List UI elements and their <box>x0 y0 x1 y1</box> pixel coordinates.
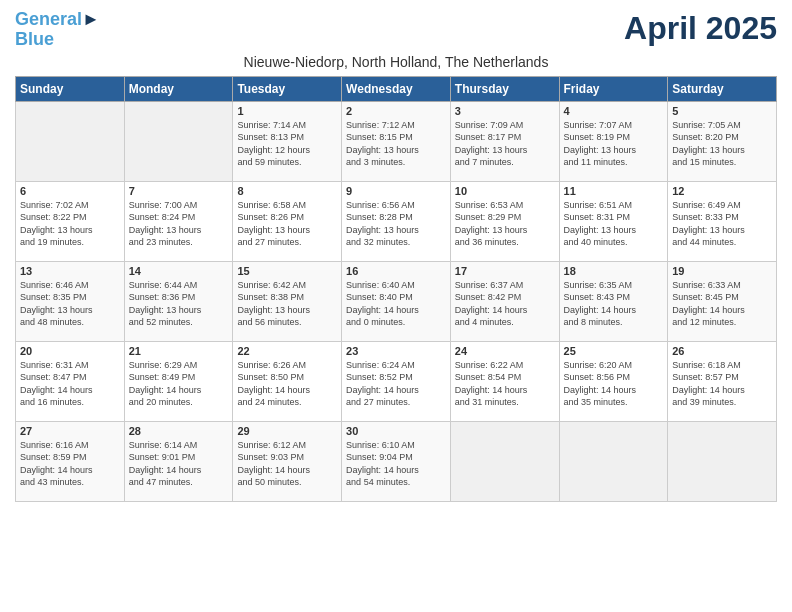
day-cell: 28Sunrise: 6:14 AM Sunset: 9:01 PM Dayli… <box>124 421 233 501</box>
day-cell: 26Sunrise: 6:18 AM Sunset: 8:57 PM Dayli… <box>668 341 777 421</box>
day-info: Sunrise: 7:09 AM Sunset: 8:17 PM Dayligh… <box>455 119 555 169</box>
day-cell: 25Sunrise: 6:20 AM Sunset: 8:56 PM Dayli… <box>559 341 668 421</box>
week-row-2: 6Sunrise: 7:02 AM Sunset: 8:22 PM Daylig… <box>16 181 777 261</box>
day-header-tuesday: Tuesday <box>233 76 342 101</box>
day-number: 9 <box>346 185 446 197</box>
day-cell <box>450 421 559 501</box>
day-number: 11 <box>564 185 664 197</box>
day-number: 16 <box>346 265 446 277</box>
day-info: Sunrise: 6:16 AM Sunset: 8:59 PM Dayligh… <box>20 439 120 489</box>
day-number: 29 <box>237 425 337 437</box>
day-info: Sunrise: 6:22 AM Sunset: 8:54 PM Dayligh… <box>455 359 555 409</box>
day-info: Sunrise: 7:14 AM Sunset: 8:13 PM Dayligh… <box>237 119 337 169</box>
day-info: Sunrise: 7:12 AM Sunset: 8:15 PM Dayligh… <box>346 119 446 169</box>
day-info: Sunrise: 6:26 AM Sunset: 8:50 PM Dayligh… <box>237 359 337 409</box>
day-info: Sunrise: 7:00 AM Sunset: 8:24 PM Dayligh… <box>129 199 229 249</box>
day-info: Sunrise: 6:53 AM Sunset: 8:29 PM Dayligh… <box>455 199 555 249</box>
day-info: Sunrise: 7:02 AM Sunset: 8:22 PM Dayligh… <box>20 199 120 249</box>
day-cell: 21Sunrise: 6:29 AM Sunset: 8:49 PM Dayli… <box>124 341 233 421</box>
day-cell: 4Sunrise: 7:07 AM Sunset: 8:19 PM Daylig… <box>559 101 668 181</box>
calendar-subtitle: Nieuwe-Niedorp, North Holland, The Nethe… <box>15 54 777 70</box>
day-cell: 24Sunrise: 6:22 AM Sunset: 8:54 PM Dayli… <box>450 341 559 421</box>
day-info: Sunrise: 6:29 AM Sunset: 8:49 PM Dayligh… <box>129 359 229 409</box>
day-cell: 18Sunrise: 6:35 AM Sunset: 8:43 PM Dayli… <box>559 261 668 341</box>
day-cell <box>16 101 125 181</box>
day-info: Sunrise: 6:18 AM Sunset: 8:57 PM Dayligh… <box>672 359 772 409</box>
day-info: Sunrise: 7:07 AM Sunset: 8:19 PM Dayligh… <box>564 119 664 169</box>
calendar-table: SundayMondayTuesdayWednesdayThursdayFrid… <box>15 76 777 502</box>
day-info: Sunrise: 6:58 AM Sunset: 8:26 PM Dayligh… <box>237 199 337 249</box>
day-header-thursday: Thursday <box>450 76 559 101</box>
logo-text: General► Blue <box>15 10 100 50</box>
day-number: 25 <box>564 345 664 357</box>
day-header-sunday: Sunday <box>16 76 125 101</box>
day-info: Sunrise: 6:10 AM Sunset: 9:04 PM Dayligh… <box>346 439 446 489</box>
calendar-header: SundayMondayTuesdayWednesdayThursdayFrid… <box>16 76 777 101</box>
day-header-monday: Monday <box>124 76 233 101</box>
day-cell: 14Sunrise: 6:44 AM Sunset: 8:36 PM Dayli… <box>124 261 233 341</box>
day-info: Sunrise: 6:14 AM Sunset: 9:01 PM Dayligh… <box>129 439 229 489</box>
day-header-friday: Friday <box>559 76 668 101</box>
day-info: Sunrise: 6:12 AM Sunset: 9:03 PM Dayligh… <box>237 439 337 489</box>
day-cell: 29Sunrise: 6:12 AM Sunset: 9:03 PM Dayli… <box>233 421 342 501</box>
day-info: Sunrise: 6:46 AM Sunset: 8:35 PM Dayligh… <box>20 279 120 329</box>
day-cell: 10Sunrise: 6:53 AM Sunset: 8:29 PM Dayli… <box>450 181 559 261</box>
week-row-4: 20Sunrise: 6:31 AM Sunset: 8:47 PM Dayli… <box>16 341 777 421</box>
day-number: 24 <box>455 345 555 357</box>
day-number: 8 <box>237 185 337 197</box>
day-cell: 11Sunrise: 6:51 AM Sunset: 8:31 PM Dayli… <box>559 181 668 261</box>
header-row: General► Blue April 2025 <box>15 10 777 50</box>
day-info: Sunrise: 7:05 AM Sunset: 8:20 PM Dayligh… <box>672 119 772 169</box>
day-cell: 9Sunrise: 6:56 AM Sunset: 8:28 PM Daylig… <box>342 181 451 261</box>
day-cell: 7Sunrise: 7:00 AM Sunset: 8:24 PM Daylig… <box>124 181 233 261</box>
day-info: Sunrise: 6:31 AM Sunset: 8:47 PM Dayligh… <box>20 359 120 409</box>
day-cell: 2Sunrise: 7:12 AM Sunset: 8:15 PM Daylig… <box>342 101 451 181</box>
day-number: 13 <box>20 265 120 277</box>
day-header-wednesday: Wednesday <box>342 76 451 101</box>
day-info: Sunrise: 6:51 AM Sunset: 8:31 PM Dayligh… <box>564 199 664 249</box>
day-cell: 22Sunrise: 6:26 AM Sunset: 8:50 PM Dayli… <box>233 341 342 421</box>
day-number: 23 <box>346 345 446 357</box>
calendar-container: General► Blue April 2025 Nieuwe-Niedorp,… <box>0 0 792 512</box>
day-cell: 5Sunrise: 7:05 AM Sunset: 8:20 PM Daylig… <box>668 101 777 181</box>
day-number: 22 <box>237 345 337 357</box>
day-number: 19 <box>672 265 772 277</box>
day-number: 7 <box>129 185 229 197</box>
day-number: 21 <box>129 345 229 357</box>
day-cell: 3Sunrise: 7:09 AM Sunset: 8:17 PM Daylig… <box>450 101 559 181</box>
day-number: 28 <box>129 425 229 437</box>
calendar-title: April 2025 <box>624 10 777 47</box>
week-row-1: 1Sunrise: 7:14 AM Sunset: 8:13 PM Daylig… <box>16 101 777 181</box>
day-number: 6 <box>20 185 120 197</box>
day-cell: 6Sunrise: 7:02 AM Sunset: 8:22 PM Daylig… <box>16 181 125 261</box>
day-info: Sunrise: 6:20 AM Sunset: 8:56 PM Dayligh… <box>564 359 664 409</box>
day-number: 26 <box>672 345 772 357</box>
day-info: Sunrise: 6:42 AM Sunset: 8:38 PM Dayligh… <box>237 279 337 329</box>
day-cell: 1Sunrise: 7:14 AM Sunset: 8:13 PM Daylig… <box>233 101 342 181</box>
day-number: 10 <box>455 185 555 197</box>
day-cell: 16Sunrise: 6:40 AM Sunset: 8:40 PM Dayli… <box>342 261 451 341</box>
day-number: 5 <box>672 105 772 117</box>
day-number: 1 <box>237 105 337 117</box>
day-header-saturday: Saturday <box>668 76 777 101</box>
logo-blue: Blue <box>15 29 54 49</box>
day-cell: 23Sunrise: 6:24 AM Sunset: 8:52 PM Dayli… <box>342 341 451 421</box>
day-cell: 17Sunrise: 6:37 AM Sunset: 8:42 PM Dayli… <box>450 261 559 341</box>
day-info: Sunrise: 6:33 AM Sunset: 8:45 PM Dayligh… <box>672 279 772 329</box>
logo: General► Blue <box>15 10 100 50</box>
day-number: 17 <box>455 265 555 277</box>
day-info: Sunrise: 6:49 AM Sunset: 8:33 PM Dayligh… <box>672 199 772 249</box>
day-cell: 15Sunrise: 6:42 AM Sunset: 8:38 PM Dayli… <box>233 261 342 341</box>
day-number: 20 <box>20 345 120 357</box>
day-info: Sunrise: 6:24 AM Sunset: 8:52 PM Dayligh… <box>346 359 446 409</box>
day-cell <box>124 101 233 181</box>
day-number: 14 <box>129 265 229 277</box>
day-cell: 19Sunrise: 6:33 AM Sunset: 8:45 PM Dayli… <box>668 261 777 341</box>
calendar-body: 1Sunrise: 7:14 AM Sunset: 8:13 PM Daylig… <box>16 101 777 501</box>
week-row-5: 27Sunrise: 6:16 AM Sunset: 8:59 PM Dayli… <box>16 421 777 501</box>
day-number: 15 <box>237 265 337 277</box>
day-info: Sunrise: 6:37 AM Sunset: 8:42 PM Dayligh… <box>455 279 555 329</box>
day-cell: 27Sunrise: 6:16 AM Sunset: 8:59 PM Dayli… <box>16 421 125 501</box>
day-info: Sunrise: 6:56 AM Sunset: 8:28 PM Dayligh… <box>346 199 446 249</box>
day-cell: 30Sunrise: 6:10 AM Sunset: 9:04 PM Dayli… <box>342 421 451 501</box>
